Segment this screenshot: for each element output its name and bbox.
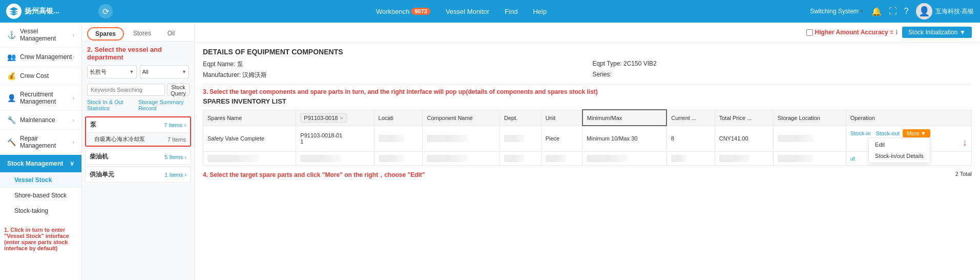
part-number-filter[interactable]: P91103-0018 × (300, 113, 347, 123)
caret-icon: ▼ (860, 9, 864, 14)
filter-close-icon[interactable]: × (340, 115, 343, 121)
col-total-price: Total Price ... (715, 110, 773, 126)
cell-location (374, 126, 423, 151)
wrench-icon: 🔧 (7, 116, 16, 124)
selectors-row: 长胜号 ▼ All ▼ (82, 63, 194, 82)
bell-icon[interactable]: 🔔 (871, 7, 882, 16)
tree-item-diesel-header[interactable]: 柴油机 5 Items › (86, 149, 191, 164)
bottom-row: 4. Select the target spare parts and cli… (203, 169, 972, 182)
middle-panel: Spares Stores Oil 2. Select the vessel a… (82, 23, 195, 280)
keywords-search-input[interactable] (87, 84, 165, 96)
question-icon[interactable]: ? (904, 7, 909, 16)
workbench-badge: 9073 (411, 8, 430, 15)
expand-icon[interactable]: ⛶ (889, 7, 897, 16)
stock-out-link[interactable]: Stock-out (875, 130, 899, 136)
cell-current: 8 (666, 126, 715, 151)
more-button[interactable]: More ▼ (903, 129, 930, 137)
cell-component-name (423, 126, 500, 151)
dropdown-stock-details[interactable]: Stock-in/out Details (869, 150, 930, 162)
stock-initialization-button[interactable]: Stock Initialization ▼ (902, 27, 972, 38)
sidebar-subitem-vessel-stock[interactable]: Vessel Stock (0, 172, 81, 188)
sidebar-subitem-stock-taking[interactable]: Stock-taking (0, 203, 81, 218)
step2-annotation: 2. Select the vessel and department (82, 42, 194, 63)
sidebar-subitem-shore-stock[interactable]: Shore-based Stock (0, 188, 81, 203)
tree-item-diesel[interactable]: 柴油机 5 Items › (85, 149, 191, 165)
cell-blurred-7 (582, 151, 666, 165)
top-controls: Higher Amount Accuracy = ℹ Stock Initial… (195, 23, 980, 43)
step1-annotation: 1. Click in turn to enter "Vessel Stock"… (0, 224, 81, 254)
header-right: Switching System ▼ 🔔 ⛶ ? 👤 互海科技·高银 (810, 3, 974, 19)
eqpt-details: DETAILS OF EQUIPMENT COMPONENTS Eqpt Nam… (203, 48, 972, 85)
col-part-number: P91103-0018 × (296, 110, 374, 126)
vessel-caret: ▼ (130, 69, 134, 74)
nav-workbench[interactable]: Workbench 9073 (376, 8, 430, 15)
cell-blurred-4 (423, 151, 500, 165)
tab-stores[interactable]: Stores (126, 27, 158, 41)
tree-item-fuel-header[interactable]: 供油单元 1 Items › (86, 167, 191, 182)
info-icon: ℹ (895, 29, 898, 36)
stock-management-menu[interactable]: Stock Management ∨ (0, 155, 81, 172)
search-row: Stock Query (82, 82, 194, 98)
inventory-title: SPARES INVENTORY LIST (203, 97, 972, 105)
dropdown-edit[interactable]: Edit (869, 139, 930, 150)
switching-system[interactable]: Switching System ▼ (810, 8, 864, 15)
user-profile[interactable]: 👤 互海科技·高银 (916, 3, 974, 19)
tab-spares[interactable]: Spares (87, 27, 124, 41)
logo-text: 扬州高银... (25, 7, 59, 16)
sidebar-item-crew-cost[interactable]: 💰 Crew Cost (0, 67, 81, 86)
series-field: Series: (593, 71, 972, 79)
storage-summary-link[interactable]: Storage Summary Record (138, 99, 189, 111)
tree-subitem-pump-type[interactable]: 自吸离心海水冷却泵 7 Items (86, 132, 190, 146)
higher-amount-checkbox[interactable] (806, 29, 813, 36)
right-wrapper: Higher Amount Accuracy = ℹ Stock Initial… (195, 23, 980, 280)
user-company: 互海科技·高银 (935, 7, 974, 16)
dept-caret: ▼ (182, 69, 186, 74)
sidebar-item-maintenance[interactable]: 🔧 Maintenance › (0, 111, 81, 130)
stock-in-out-link[interactable]: Stock In & Out Statistics (87, 99, 134, 111)
cell-blurred-3 (374, 151, 423, 165)
cell-blurred-10 (773, 151, 846, 165)
sidebar: ⚓ Vessel Management › 👥 Crew Management … (0, 23, 82, 280)
manufacturer-field: Manufacturer: 汉姆沃斯 (203, 71, 582, 79)
total-count: 2 Total (955, 169, 972, 179)
col-min-max: Minimum/Max (582, 110, 666, 126)
arrow-icon-4: › (73, 117, 74, 123)
dept-selector[interactable]: All ▼ (140, 65, 190, 78)
sidebar-item-recruitment[interactable]: 👤 Recruitment Management › (0, 86, 81, 111)
stock-query-button[interactable]: Stock Query (167, 84, 190, 96)
cost-icon: 💰 (7, 72, 16, 80)
eqpt-name-field: Eqpt Name: 泵 (203, 60, 582, 69)
table-row: Safety Valve Complete P91103-0018-01 1 P… (203, 126, 972, 151)
tree-item-fuel[interactable]: 供油单元 1 Items › (85, 167, 191, 183)
col-component-name: Component Name (423, 110, 500, 126)
avatar: 👤 (916, 3, 932, 19)
col-location: Locati (374, 110, 423, 126)
nav-find[interactable]: Find (505, 8, 517, 15)
eqpt-type-field: Eqpt Type: 2C150 VIB2 (593, 60, 972, 69)
nav-help[interactable]: Help (533, 8, 547, 15)
tree-item-pump[interactable]: 泵 7 Items › 自吸离心海水冷却泵 7 Items (85, 116, 191, 147)
cell-part-number: P91103-0018-01 1 (296, 126, 374, 151)
cell-blurred-8 (666, 151, 715, 165)
stock-mgmt-label: Stock Management (7, 160, 63, 167)
blurred-op-link[interactable]: ut (850, 155, 855, 162)
cell-unit: Piece (541, 126, 582, 151)
arrow-icon-3: › (73, 95, 74, 101)
tree-item-pump-header[interactable]: 泵 7 Items › (86, 117, 190, 132)
sidebar-item-repair[interactable]: 🔨 Repair Management › (0, 130, 81, 155)
app-logo: 扬州高银... (6, 4, 88, 19)
stock-in-link[interactable]: Stock-in (850, 130, 871, 136)
tab-oil[interactable]: Oil (160, 27, 182, 41)
sidebar-item-vessel[interactable]: ⚓ Vessel Management › (0, 23, 81, 48)
sidebar-item-crew-mgmt[interactable]: 👥 Crew Management › (0, 48, 81, 67)
vessel-selector[interactable]: 长胜号 ▼ (87, 65, 137, 78)
cell-total-price: CNY141.00 (715, 126, 773, 151)
more-caret: ▼ (921, 130, 926, 136)
cell-dept (499, 126, 541, 151)
tabs-bar: Spares Stores Oil (82, 23, 194, 42)
cell-blurred-9 (715, 151, 773, 165)
back-button[interactable]: ⟳ (98, 4, 113, 18)
nav-vessel-monitor[interactable]: Vessel Monitor (446, 8, 489, 15)
eqpt-section-title: DETAILS OF EQUIPMENT COMPONENTS (203, 48, 972, 56)
col-current: Current ... (666, 110, 715, 126)
